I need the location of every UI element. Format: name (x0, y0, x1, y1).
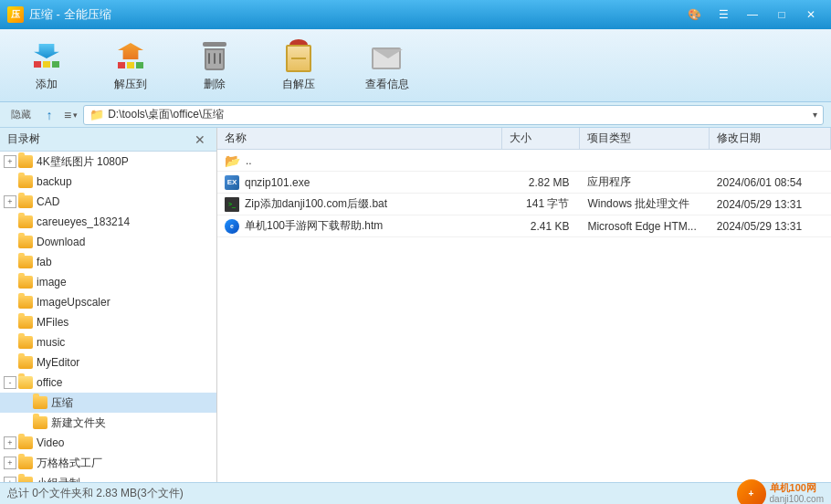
delete-button[interactable]: 删除 (186, 33, 243, 98)
selfextract-button[interactable]: 自解压 (270, 33, 327, 98)
expand-icon-4k[interactable]: + (4, 155, 16, 168)
sidebar-label-office: office (37, 376, 62, 389)
col-header-type[interactable]: 项目类型 (580, 128, 710, 149)
file-date-htm: 2024/05/29 13:31 (710, 220, 831, 233)
sidebar-item-mfiles[interactable]: MFiles (0, 312, 216, 332)
table-row-htm[interactable]: e 单机100手游网下载帮助.htm 2.41 KB Microsoft Edg… (217, 215, 831, 237)
file-type-bat: Windows 批处理文件 (580, 196, 709, 212)
logo-plus-icon: + (749, 488, 754, 499)
sidebar-label-imageupscaler: ImageUpscaler (37, 296, 110, 309)
table-row-exe[interactable]: EX qnzip101.exe 2.82 MB 应用程序 2024/06/01 … (217, 172, 831, 194)
sidebar-label-cad: CAD (37, 195, 59, 208)
file-date-exe: 2024/06/01 08:54 (710, 176, 831, 189)
sidebar-item-backup[interactable]: backup (0, 172, 216, 192)
sidebar-item-newdir[interactable]: 新建文件夹 (0, 413, 216, 433)
info-button[interactable]: 查看信息 (354, 33, 420, 98)
path-input[interactable]: 📁 D:\tools\桌面\office\压缩 ▾ (83, 105, 824, 125)
expand-icon-wange[interactable]: + (4, 457, 16, 469)
file-type-htm: Microsoft Edge HTM... (580, 220, 709, 233)
file-name-htm: e 单机100手游网下载帮助.htm (217, 218, 502, 234)
spacer-imageupscaler (4, 296, 16, 309)
sidebar-item-music[interactable]: music (0, 332, 216, 352)
folder-icon-backup (18, 175, 33, 188)
expand-icon-video[interactable]: + (4, 436, 16, 449)
spacer-careeyes (4, 215, 16, 228)
spacer-fab (4, 256, 16, 268)
file-name-parent: 📂 .. (217, 153, 502, 168)
maximize-button[interactable]: □ (769, 5, 794, 25)
sidebar-close-button[interactable]: ✕ (191, 132, 209, 147)
delete-icon (197, 38, 232, 73)
htm-icon: e (225, 219, 239, 234)
file-date-bat: 2024/05/29 13:31 (710, 198, 831, 211)
sidebar-item-image[interactable]: image (0, 272, 216, 292)
list-view-icon: ≡ (64, 108, 71, 122)
sidebar-item-fab[interactable]: fab (0, 252, 216, 272)
file-list-header: 名称 大小 项目类型 修改日期 (217, 128, 831, 150)
minimize-button[interactable]: — (740, 5, 765, 25)
selfextract-label: 自解压 (282, 77, 315, 92)
skin-button[interactable]: 🎨 (681, 5, 707, 25)
sidebar-label-music: music (37, 336, 65, 349)
extract-label: 解压到 (114, 77, 147, 92)
main-content: 目录树 ✕ + 4K壁纸图片 1080P backup + CAD (0, 128, 831, 482)
menu-button[interactable]: ☰ (710, 5, 736, 25)
sidebar-item-careeyes[interactable]: careueyes_183214 (0, 212, 216, 232)
add-button[interactable]: 添加 (18, 33, 75, 98)
expand-icon-xiaozujuan[interactable]: + (4, 477, 16, 482)
nav-up-button[interactable]: ↑ (40, 106, 58, 124)
sidebar-header: 目录树 ✕ (0, 128, 216, 152)
title-text: 压缩 - 全能压缩 (29, 6, 681, 23)
spacer-mfiles (4, 316, 16, 329)
sidebar-item-xiaozujuan[interactable]: + 小组录制 (0, 473, 216, 482)
sidebar-label-careeyes: careueyes_183214 (37, 215, 130, 228)
expand-icon-cad[interactable]: + (4, 195, 16, 208)
sidebar-item-4k[interactable]: + 4K壁纸图片 1080P (0, 152, 216, 172)
view-dropdown-icon[interactable]: ▾ (73, 110, 78, 120)
sidebar-item-video[interactable]: + Video (0, 433, 216, 453)
spacer-newdir (18, 416, 31, 429)
table-row-bat[interactable]: >_ Zip添加danji100.com后缀.bat 141 字节 Window… (217, 194, 831, 215)
folder-icon-yasuo (33, 396, 47, 409)
file-size-htm: 2.41 KB (502, 220, 580, 233)
file-name-exe: EX qnzip101.exe (217, 175, 502, 190)
sidebar-item-cad[interactable]: + CAD (0, 192, 216, 212)
extract-button[interactable]: 解压到 (102, 33, 159, 98)
spacer-myeditor (4, 356, 16, 369)
expand-icon-office[interactable]: - (4, 376, 16, 389)
folder-icon-wange (18, 457, 33, 469)
folder-icon-video (18, 436, 33, 449)
sidebar-item-office[interactable]: - office (0, 373, 216, 393)
spacer-image (4, 276, 16, 289)
sidebar-title: 目录树 (7, 131, 40, 147)
hide-button[interactable]: 隐藏 (7, 106, 35, 123)
sidebar-item-myeditor[interactable]: MyEditor (0, 352, 216, 373)
sidebar-label-yasuo: 压缩 (51, 395, 73, 411)
status-logo: + 单机100网 danji100.com (737, 479, 824, 505)
col-header-name[interactable]: 名称 (217, 128, 502, 149)
col-header-size[interactable]: 大小 (502, 128, 580, 149)
logo-circle: + (737, 479, 766, 505)
sidebar: 目录树 ✕ + 4K壁纸图片 1080P backup + CAD (0, 128, 217, 482)
folder-icon-newdir (33, 416, 47, 429)
sidebar-item-imageupscaler[interactable]: ImageUpscaler (0, 292, 216, 312)
col-header-date[interactable]: 修改日期 (710, 128, 831, 149)
logo-line2: danji100.com (770, 494, 824, 504)
sidebar-item-wange[interactable]: + 万格格式工厂 (0, 453, 216, 473)
sidebar-item-download[interactable]: Download (0, 232, 216, 252)
spacer-download (4, 236, 16, 248)
file-name-bat: >_ Zip添加danji100.com后缀.bat (217, 196, 502, 212)
path-dropdown-icon[interactable]: ▾ (813, 110, 817, 120)
exe-icon: EX (225, 175, 239, 190)
file-type-exe: 应用程序 (580, 174, 709, 190)
folder-icon-download (18, 236, 33, 248)
extract-icon (113, 38, 148, 73)
file-list: 名称 大小 项目类型 修改日期 📂 .. EX qnzip101.exe 2.8… (217, 128, 831, 482)
file-size-bat: 141 字节 (502, 196, 580, 212)
logo-line1: 单机100网 (770, 482, 824, 494)
close-button[interactable]: ✕ (798, 5, 824, 25)
sidebar-item-yasuo[interactable]: 压缩 (0, 393, 216, 413)
status-text: 总计 0个文件夹和 2.83 MB(3个文件) (7, 486, 184, 501)
table-row-parent[interactable]: 📂 .. (217, 150, 831, 172)
view-toggle[interactable]: ≡ ▾ (64, 108, 78, 122)
